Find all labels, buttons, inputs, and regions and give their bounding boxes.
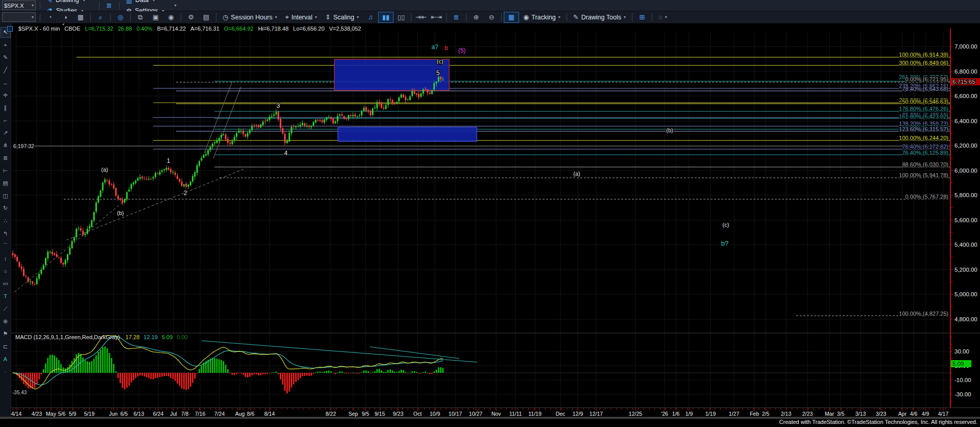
text-tool[interactable]: T [1,291,11,301]
dot-tool[interactable]: · [1,366,11,377]
arc-tool[interactable]: ⌒ [1,241,11,251]
crosshair-tool-icon: + [4,42,7,48]
date-axis-label: 3/23 [876,411,887,417]
interval-menu[interactable]: ⌖Interval▾ [281,12,321,22]
macd-axis-label: 30.00 [954,348,969,354]
columns-tool[interactable]: ◫ [1,191,11,201]
date-axis-label: Mar [825,411,835,417]
macd-badge-text: 5.09 [952,361,964,367]
chart-window-button[interactable]: ◔ [42,12,58,23]
scaling-menu[interactable]: ⇕Scaling▾ [321,12,363,22]
wave-label: b [445,44,448,52]
radar-screen-button[interactable]: ◑ [58,12,73,23]
secondary-symbol-combo[interactable]: ▾ [2,12,36,22]
pct-change: 0.40% [136,26,152,32]
slash-tool[interactable]: ⟋ [1,303,11,314]
vertical-range-tool-icon: ↕ [4,255,7,262]
new-chart-button[interactable]: ⊞ [634,12,650,23]
matrix-button[interactable]: ▦ [73,12,88,23]
tracking-menu[interactable]: ◉Tracking▾ [519,12,565,22]
pencil-tool[interactable]: ✎ [1,52,11,63]
wave-label: (c) [437,58,444,64]
date-axis-label: 7/16 [195,411,206,417]
pitchfork-tool[interactable]: ⋔ [1,140,11,151]
drawing-menu[interactable]: ✎Drawing▾ [42,0,97,6]
price-axis-label: 5,800.00 [954,192,977,198]
ray-tool[interactable]: ↗ [1,128,11,138]
save-chart-button[interactable]: ▣ [148,12,163,23]
parallel-lines-tool[interactable]: ∥ [1,103,11,113]
accounts-button[interactable]: ◉ [163,12,179,23]
grid-toggle-button[interactable]: ▦ [504,12,519,23]
drawing-menu-label: Drawing [56,0,79,4]
rows-tool[interactable]: ▤ [1,178,11,188]
bar-style-button[interactable]: ♫ [363,12,378,23]
format-symbol-button[interactable]: ⚙ [183,12,199,23]
chart-canvas[interactable]: a?b(5)(c)53412(a)(b)(a)(b)(c)b?100.00% (… [0,0,980,427]
wave-label: (b) [117,210,124,216]
horizontal-extend-tool[interactable]: ↔ [1,77,11,88]
annotations-menu[interactable]: ◌▾ [654,12,671,22]
date-axis-label: 2/13 [781,411,792,417]
format-window-button[interactable]: ▤ [199,12,214,23]
move-tool[interactable]: ✛ [1,90,11,101]
symbol-combo-value: $SPX.X [4,3,24,9]
drawing-tool-strip: ↖+✎╱↔✛∥⌐↗⋔≣⊢▤◫↻∴↰⌒↕○▭T⟋⊕⚑⊏A· [0,23,11,417]
point-tool[interactable]: ⊕ [1,316,11,327]
drawing-tools-menu[interactable]: ✎Drawing Tools▾ [569,12,630,22]
tool-bar: ▾◔◑▦⌕◎⧉▣◉⚙▤◷Session Hours▾⌖Interval▾⇕Sca… [0,11,980,23]
fib-level-label: 0.00% (5,767.28) [905,194,948,200]
half-line-tool[interactable]: ⌐ [1,115,11,126]
zoom-in-icon: ⊕ [473,13,479,21]
abc-label-tool[interactable]: A [1,353,11,364]
chevron-down-icon: ▾ [174,3,176,8]
session-hours-menu[interactable]: ◷Session Hours▾ [218,12,281,22]
date-axis-label: 1/6 [672,411,680,417]
target-zone-box[interactable] [338,127,477,141]
menu-overflow[interactable]: ▾ [168,0,181,11]
vertical-range-tool[interactable]: ↕ [1,253,11,264]
ellipse-tool[interactable]: ○ [1,266,11,276]
date-axis-label: 1/19 [705,411,716,417]
macd-value-2: 5.09 [162,334,173,340]
compress-bars-button[interactable]: ⇥⇤ [413,12,429,23]
trendline-tool[interactable]: ╱ [1,65,11,76]
separator [99,2,100,10]
pen-icon: ✎ [47,0,53,4]
divider-tool[interactable]: ⊢ [1,165,11,176]
open: O=6,664.92 [224,26,254,32]
hot-list-button[interactable]: ◎ [113,12,128,23]
hollow-candle-style-button[interactable]: ▯▯ [394,12,409,23]
crosshair-tool[interactable]: + [1,40,11,51]
candlestick-style-button[interactable]: ▮▮ [378,12,394,23]
symbol-lookup-button[interactable]: ⌕ [93,12,108,23]
separator [40,13,40,21]
layers-button[interactable]: ≣ [102,0,117,11]
chevron-down-icon: ▾ [315,15,317,19]
date-axis-label: 2/23 [802,411,813,417]
bracket-tool[interactable]: ⊏ [1,341,11,352]
wave-label: 1 [167,157,170,164]
fib-retracement-tool[interactable]: ≣ [1,153,11,163]
tracking-menu-label: Tracking [531,14,555,21]
cycle-tool[interactable]: ↻ [1,203,11,214]
target-zone-box[interactable] [334,59,449,90]
ellipse-tool-icon: ○ [4,268,7,274]
dots-tool[interactable]: ∴ [1,216,11,226]
data-menu[interactable]: ▥Data▾ [121,0,169,6]
drawing-tools-menu-label: Drawing Tools [581,14,621,21]
symbol-combo[interactable]: $SPX.X ▾ [2,1,36,10]
expand-bars-button[interactable]: ⇤⇥ [429,12,444,23]
rectangle-tool[interactable]: ▭ [1,278,11,289]
zoom-out-button[interactable]: ⊖ [484,12,499,23]
date-axis-label: 3/5 [837,411,845,417]
flag-tool[interactable]: ⚑ [1,328,11,339]
price-axis-label: 7,000.00 [954,43,977,50]
clock-icon: ◷ [223,13,228,21]
link-window-button[interactable]: ⧉ [133,12,148,23]
separator [119,2,119,10]
zoom-in-button[interactable]: ⊕ [469,12,484,23]
move-tool-icon: ✛ [3,92,8,99]
layers-button[interactable]: ≣ [449,12,464,23]
corner-tool[interactable]: ↰ [1,228,11,239]
